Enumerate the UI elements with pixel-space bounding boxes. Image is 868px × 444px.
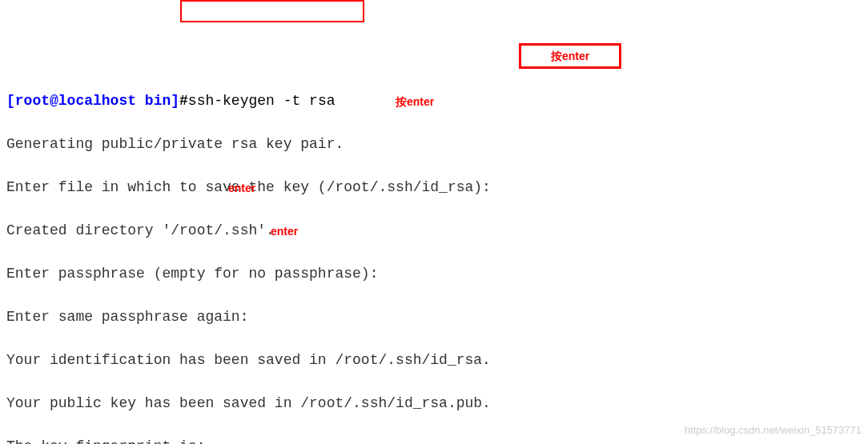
annotation-enter-3: enter <box>228 178 255 199</box>
annotation-enter-4: enter <box>271 221 298 242</box>
output-line-6: Your identification has been saved in /r… <box>6 350 862 371</box>
output-line-3: Created directory '/root/.ssh'. <box>6 220 862 242</box>
highlight-box-enter-1: 按enter <box>519 43 621 69</box>
command-text: ssh-keygen -t rsa <box>188 93 336 109</box>
annotation-enter-2: 按enter <box>396 91 434 113</box>
output-line-2: Enter file in which to save the key (/ro… <box>6 177 862 198</box>
annotation-enter-1: 按enter <box>551 46 589 67</box>
output-line-4: Enter passphrase (empty for no passphras… <box>6 263 862 285</box>
output-line-7: Your public key has been saved in /root/… <box>6 393 862 414</box>
output-line-1: Generating public/private rsa key pair. <box>6 134 862 155</box>
prompt-hash: # <box>179 93 188 109</box>
output-line-5: Enter same passphrase again: <box>6 306 862 328</box>
prompt-user-host: [root@localhost bin] <box>6 93 179 109</box>
watermark: https://blog.csdn.net/weixin_51573771 <box>685 419 862 441</box>
highlight-box-command <box>180 0 364 22</box>
